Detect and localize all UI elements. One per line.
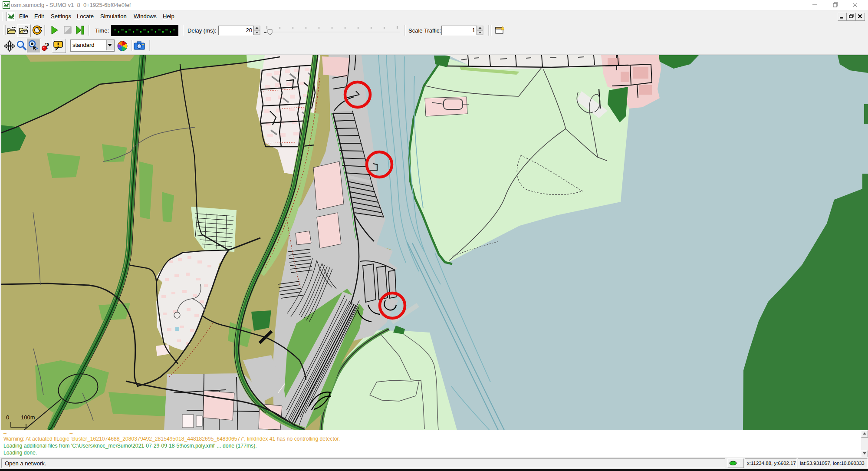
svg-text:-: - (738, 460, 740, 465)
svg-text:100m: 100m (21, 414, 35, 421)
svg-text:0: 0 (6, 414, 9, 421)
